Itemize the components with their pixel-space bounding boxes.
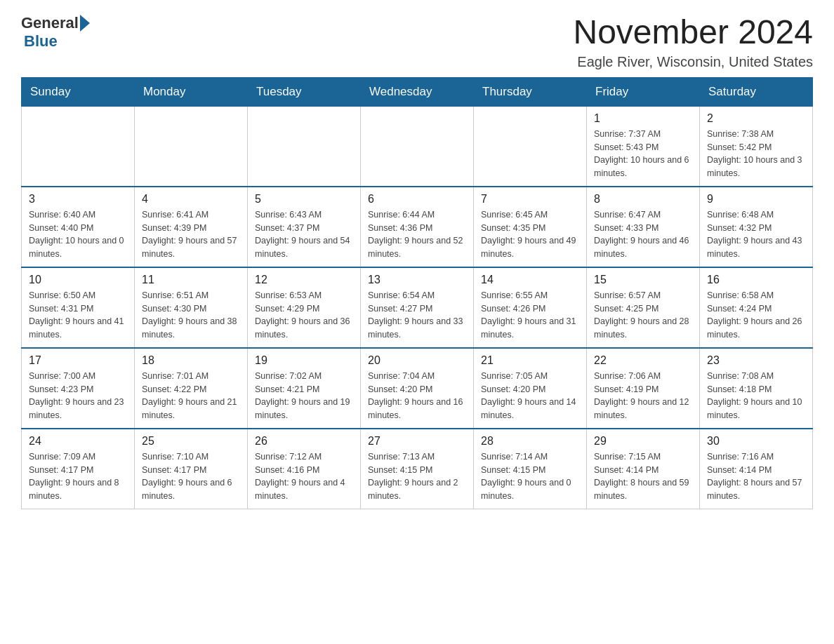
calendar-cell: 7Sunrise: 6:45 AM Sunset: 4:35 PM Daylig… <box>474 187 587 267</box>
calendar-cell: 11Sunrise: 6:51 AM Sunset: 4:30 PM Dayli… <box>135 267 248 348</box>
day-info: Sunrise: 6:53 AM Sunset: 4:29 PM Dayligh… <box>255 289 353 342</box>
day-info: Sunrise: 6:47 AM Sunset: 4:33 PM Dayligh… <box>594 208 692 261</box>
calendar-cell: 16Sunrise: 6:58 AM Sunset: 4:24 PM Dayli… <box>700 267 813 348</box>
calendar-day-header: Friday <box>587 77 700 106</box>
calendar-cell: 8Sunrise: 6:47 AM Sunset: 4:33 PM Daylig… <box>587 187 700 267</box>
calendar-cell: 4Sunrise: 6:41 AM Sunset: 4:39 PM Daylig… <box>135 187 248 267</box>
day-info: Sunrise: 7:00 AM Sunset: 4:23 PM Dayligh… <box>29 370 127 422</box>
day-info: Sunrise: 7:38 AM Sunset: 5:42 PM Dayligh… <box>707 128 805 180</box>
day-info: Sunrise: 7:06 AM Sunset: 4:19 PM Dayligh… <box>594 370 692 422</box>
day-info: Sunrise: 7:09 AM Sunset: 4:17 PM Dayligh… <box>29 450 127 503</box>
calendar-cell: 6Sunrise: 6:44 AM Sunset: 4:36 PM Daylig… <box>361 187 474 267</box>
logo-general-text: General <box>21 14 79 32</box>
day-number: 11 <box>142 274 240 286</box>
day-info: Sunrise: 6:51 AM Sunset: 4:30 PM Dayligh… <box>142 289 240 342</box>
calendar-cell: 29Sunrise: 7:15 AM Sunset: 4:14 PM Dayli… <box>587 429 700 509</box>
day-number: 3 <box>29 193 127 206</box>
day-info: Sunrise: 6:50 AM Sunset: 4:31 PM Dayligh… <box>29 289 127 342</box>
day-info: Sunrise: 7:08 AM Sunset: 4:18 PM Dayligh… <box>707 370 805 422</box>
logo: General Blue <box>21 14 91 51</box>
day-number: 1 <box>594 112 692 125</box>
calendar-cell: 14Sunrise: 6:55 AM Sunset: 4:26 PM Dayli… <box>474 267 587 348</box>
day-number: 22 <box>594 354 692 367</box>
day-info: Sunrise: 6:48 AM Sunset: 4:32 PM Dayligh… <box>707 208 805 261</box>
day-info: Sunrise: 6:55 AM Sunset: 4:26 PM Dayligh… <box>481 289 579 342</box>
day-info: Sunrise: 7:13 AM Sunset: 4:15 PM Dayligh… <box>368 450 466 503</box>
calendar-cell <box>22 106 135 187</box>
calendar-cell: 9Sunrise: 6:48 AM Sunset: 4:32 PM Daylig… <box>700 187 813 267</box>
day-number: 19 <box>255 354 353 367</box>
day-number: 27 <box>368 435 466 448</box>
day-info: Sunrise: 7:14 AM Sunset: 4:15 PM Dayligh… <box>481 450 579 503</box>
calendar-cell <box>135 106 248 187</box>
calendar-day-header: Tuesday <box>248 77 361 106</box>
calendar-day-header: Monday <box>135 77 248 106</box>
day-info: Sunrise: 7:15 AM Sunset: 4:14 PM Dayligh… <box>594 450 692 503</box>
day-info: Sunrise: 6:58 AM Sunset: 4:24 PM Dayligh… <box>707 289 805 342</box>
day-number: 28 <box>481 435 579 448</box>
day-info: Sunrise: 6:57 AM Sunset: 4:25 PM Dayligh… <box>594 289 692 342</box>
day-info: Sunrise: 7:16 AM Sunset: 4:14 PM Dayligh… <box>707 450 805 503</box>
day-info: Sunrise: 7:10 AM Sunset: 4:17 PM Dayligh… <box>142 450 240 503</box>
calendar-cell: 3Sunrise: 6:40 AM Sunset: 4:40 PM Daylig… <box>22 187 135 267</box>
day-number: 17 <box>29 354 127 367</box>
calendar-cell: 1Sunrise: 7:37 AM Sunset: 5:43 PM Daylig… <box>587 106 700 187</box>
day-number: 8 <box>594 193 692 206</box>
calendar-cell <box>474 106 587 187</box>
day-number: 12 <box>255 274 353 286</box>
day-number: 21 <box>481 354 579 367</box>
calendar-day-header: Saturday <box>700 77 813 106</box>
day-number: 20 <box>368 354 466 367</box>
calendar-cell: 12Sunrise: 6:53 AM Sunset: 4:29 PM Dayli… <box>248 267 361 348</box>
day-number: 25 <box>142 435 240 448</box>
day-info: Sunrise: 6:44 AM Sunset: 4:36 PM Dayligh… <box>368 208 466 261</box>
logo-arrow-icon <box>80 15 90 32</box>
day-info: Sunrise: 6:43 AM Sunset: 4:37 PM Dayligh… <box>255 208 353 261</box>
day-number: 5 <box>255 193 353 206</box>
day-number: 30 <box>707 435 805 448</box>
day-info: Sunrise: 7:12 AM Sunset: 4:16 PM Dayligh… <box>255 450 353 503</box>
calendar-cell: 10Sunrise: 6:50 AM Sunset: 4:31 PM Dayli… <box>22 267 135 348</box>
month-title: November 2024 <box>573 14 813 51</box>
calendar-table: SundayMondayTuesdayWednesdayThursdayFrid… <box>21 77 813 509</box>
calendar-cell: 24Sunrise: 7:09 AM Sunset: 4:17 PM Dayli… <box>22 429 135 509</box>
day-number: 14 <box>481 274 579 286</box>
calendar-cell: 25Sunrise: 7:10 AM Sunset: 4:17 PM Dayli… <box>135 429 248 509</box>
day-number: 15 <box>594 274 692 286</box>
day-info: Sunrise: 6:54 AM Sunset: 4:27 PM Dayligh… <box>368 289 466 342</box>
title-block: November 2024 Eagle River, Wisconsin, Un… <box>573 14 813 70</box>
day-info: Sunrise: 7:04 AM Sunset: 4:20 PM Dayligh… <box>368 370 466 422</box>
page-header: General Blue November 2024 Eagle River, … <box>21 14 813 70</box>
day-number: 10 <box>29 274 127 286</box>
calendar-cell: 13Sunrise: 6:54 AM Sunset: 4:27 PM Dayli… <box>361 267 474 348</box>
day-number: 23 <box>707 354 805 367</box>
calendar-cell: 28Sunrise: 7:14 AM Sunset: 4:15 PM Dayli… <box>474 429 587 509</box>
calendar-cell: 23Sunrise: 7:08 AM Sunset: 4:18 PM Dayli… <box>700 348 813 429</box>
day-number: 16 <box>707 274 805 286</box>
calendar-day-header: Sunday <box>22 77 135 106</box>
day-number: 24 <box>29 435 127 448</box>
calendar-cell: 20Sunrise: 7:04 AM Sunset: 4:20 PM Dayli… <box>361 348 474 429</box>
day-info: Sunrise: 6:41 AM Sunset: 4:39 PM Dayligh… <box>142 208 240 261</box>
calendar-cell: 26Sunrise: 7:12 AM Sunset: 4:16 PM Dayli… <box>248 429 361 509</box>
day-info: Sunrise: 7:37 AM Sunset: 5:43 PM Dayligh… <box>594 128 692 180</box>
calendar-day-header: Thursday <box>474 77 587 106</box>
day-number: 18 <box>142 354 240 367</box>
calendar-cell: 19Sunrise: 7:02 AM Sunset: 4:21 PM Dayli… <box>248 348 361 429</box>
day-number: 29 <box>594 435 692 448</box>
day-info: Sunrise: 7:02 AM Sunset: 4:21 PM Dayligh… <box>255 370 353 422</box>
day-number: 13 <box>368 274 466 286</box>
day-number: 2 <box>707 112 805 125</box>
calendar-cell: 15Sunrise: 6:57 AM Sunset: 4:25 PM Dayli… <box>587 267 700 348</box>
calendar-cell <box>248 106 361 187</box>
location-subtitle: Eagle River, Wisconsin, United States <box>573 54 813 70</box>
calendar-cell: 22Sunrise: 7:06 AM Sunset: 4:19 PM Dayli… <box>587 348 700 429</box>
calendar-cell: 5Sunrise: 6:43 AM Sunset: 4:37 PM Daylig… <box>248 187 361 267</box>
calendar-cell: 17Sunrise: 7:00 AM Sunset: 4:23 PM Dayli… <box>22 348 135 429</box>
logo-blue-text: Blue <box>24 32 58 50</box>
calendar-cell: 21Sunrise: 7:05 AM Sunset: 4:20 PM Dayli… <box>474 348 587 429</box>
calendar-cell <box>361 106 474 187</box>
calendar-cell: 2Sunrise: 7:38 AM Sunset: 5:42 PM Daylig… <box>700 106 813 187</box>
day-info: Sunrise: 6:40 AM Sunset: 4:40 PM Dayligh… <box>29 208 127 261</box>
day-number: 9 <box>707 193 805 206</box>
